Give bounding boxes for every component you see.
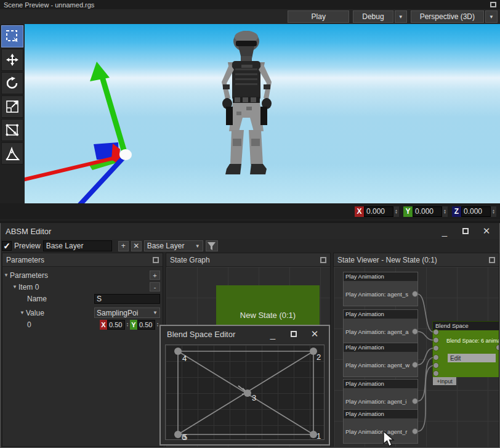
debug-button[interactable]: Debug — [353, 10, 393, 23]
move-tool-button[interactable] — [1, 49, 23, 71]
scale-icon — [5, 99, 20, 114]
tree-row-name: Name S — [2, 293, 163, 304]
remove-parameter-button[interactable]: - — [150, 282, 160, 291]
absm-window-title: ABSM Editor — [6, 227, 51, 236]
gizmo-origin-handle[interactable] — [119, 149, 132, 160]
close-button[interactable]: ✕ — [307, 328, 323, 340]
maximize-icon — [462, 228, 469, 234]
y-axis-label: Y — [403, 206, 413, 217]
chevron-down-icon: ▼ — [151, 310, 159, 316]
rotate-tool-button[interactable] — [1, 72, 23, 94]
value-type-select[interactable]: SamplingPoi ▼ — [94, 307, 160, 318]
transform-icon — [5, 123, 20, 137]
dock-icon[interactable] — [153, 257, 159, 263]
transform-tool-button[interactable] — [1, 119, 23, 141]
dock-icon[interactable] — [320, 257, 326, 263]
gizmo-axis-y[interactable] — [102, 77, 125, 154]
sampling-y-field[interactable]: 0.50 — [137, 320, 155, 330]
scene-titlebar[interactable]: Scene Preview - unnamed.rgs — [0, 0, 500, 9]
expander-icon[interactable]: ▼ — [11, 284, 18, 290]
parameters-panel: Parameters ▼ Parameters + ▼ Item 0 - Nam… — [2, 253, 163, 447]
state-viewer-header[interactable]: State Viewer - New State (0:1) — [334, 253, 499, 267]
viewport-tool-column — [0, 24, 25, 203]
blend-label-3: 3 — [252, 393, 256, 402]
coord-x-group: X 0.000 ▲▼ — [355, 206, 399, 217]
parameters-panel-header[interactable]: Parameters — [2, 253, 163, 267]
z-position-field[interactable]: 0.000 — [461, 206, 491, 217]
maximize-icon[interactable] — [490, 2, 496, 7]
state-graph-header[interactable]: State Graph — [166, 253, 330, 267]
layer-name-field[interactable]: Base Layer — [43, 240, 112, 251]
y-position-field[interactable]: 0.000 — [413, 206, 442, 217]
maximize-button[interactable] — [286, 328, 302, 340]
blend-point-3[interactable] — [244, 389, 251, 397]
play-button[interactable]: Play — [288, 10, 349, 23]
close-icon: ✕ — [483, 226, 491, 237]
x-position-field[interactable]: 0.000 — [364, 206, 393, 217]
maximize-button[interactable] — [458, 225, 474, 237]
blend-editor-titlebar[interactable]: Blend Space Editor _ ✕ — [161, 326, 329, 342]
play-animation-node[interactable]: Play Animation Play Animation: agent_r — [343, 409, 418, 444]
value-label: Value — [26, 309, 44, 317]
blend-label-2: 2 — [317, 352, 321, 362]
name-label: Name — [27, 295, 47, 303]
chevron-down-icon: ▼ — [489, 14, 494, 20]
coord-y-group: Y 0.000 ▲▼ — [403, 206, 448, 217]
state-viewer-canvas[interactable]: Play Animation Play Animation: agent_s P… — [334, 267, 499, 447]
select-tool-button[interactable] — [1, 25, 23, 47]
blend-label-1: 1 — [317, 431, 321, 441]
sampling-x-field[interactable]: 0.50 — [107, 320, 125, 330]
blend-edit-button[interactable]: Edit — [448, 354, 496, 362]
rotate-icon — [5, 76, 20, 91]
parameter-name-field[interactable]: S — [94, 294, 160, 304]
play-animation-node[interactable]: Play Animation Play Animation: agent_s — [343, 272, 418, 306]
blend-point-0-5[interactable] — [174, 431, 182, 438]
chevron-down-icon: ▼ — [398, 14, 403, 20]
preview-checkbox[interactable]: ✓ — [2, 241, 12, 251]
scene-window-title: Scene Preview - unnamed.rgs — [4, 1, 94, 9]
add-layer-button[interactable]: + — [118, 241, 129, 251]
blend-space-graph[interactable]: 4 2 1 0 5 3 — [165, 344, 325, 440]
blend-space-editor-window: Blend Space Editor _ ✕ 4 2 1 — [159, 325, 330, 446]
play-animation-node[interactable]: Play Animation Play Animation: agent_a — [343, 309, 418, 344]
state-viewer-panel: State Viewer - New State (0:1) Play Anim… — [333, 253, 499, 447]
close-icon: ✕ — [311, 328, 319, 340]
tree-row-item0[interactable]: ▼ Item 0 - — [2, 281, 163, 293]
play-animation-node[interactable]: Play Animation Play Animation: agent_i — [343, 379, 418, 413]
close-button[interactable]: ✕ — [478, 225, 494, 237]
play-animation-node[interactable]: Play Animation Play Animation: agent_w — [343, 343, 418, 377]
add-parameter-button[interactable]: + — [150, 271, 160, 280]
terrain-tool-button[interactable] — [1, 142, 23, 165]
expander-icon[interactable]: ▼ — [2, 272, 10, 278]
chevron-down-icon: ▼ — [195, 243, 200, 249]
x-spinner[interactable]: ▲▼ — [393, 206, 399, 217]
blend-point-4[interactable] — [174, 348, 182, 355]
scene-toolbar: Play Debug ▼ Perspective (3D) ▼ — [0, 9, 500, 24]
select-icon — [5, 29, 20, 44]
debug-dropdown-button[interactable]: ▼ — [395, 10, 407, 23]
absm-titlebar[interactable]: ABSM Editor _ ✕ — [1, 223, 499, 239]
remove-layer-button[interactable]: ✕ — [131, 241, 142, 251]
camera-mode-button[interactable]: Perspective (3D) — [411, 10, 484, 23]
minimize-button[interactable]: _ — [265, 328, 281, 340]
scene-3d-viewport[interactable] — [25, 24, 500, 203]
filter-button[interactable] — [206, 240, 218, 251]
z-spinner[interactable]: ▲▼ — [491, 206, 496, 217]
x-axis-label: X — [355, 206, 364, 217]
scale-tool-button[interactable] — [1, 96, 23, 118]
blend-space-node[interactable]: Blend Space Blend Space: 6 animatio Edit… — [432, 321, 499, 377]
minimize-icon: _ — [442, 226, 447, 237]
blend-add-input-button[interactable]: +Input — [433, 377, 456, 385]
y-axis-label: Y — [130, 320, 137, 330]
preview-label: Preview — [14, 242, 41, 250]
soldier-character-model[interactable] — [209, 25, 283, 181]
layer-select[interactable]: Base Layer ▼ — [144, 240, 203, 251]
x-spinner[interactable]: ▲▼ — [125, 320, 130, 330]
expander-icon[interactable]: ▼ — [18, 310, 26, 316]
dock-icon[interactable] — [489, 257, 495, 263]
y-spinner[interactable]: ▲▼ — [442, 206, 448, 217]
camera-mode-dropdown-button[interactable]: ▼ — [485, 10, 498, 23]
minimize-button[interactable]: _ — [437, 225, 453, 237]
scene-preview-window: Scene Preview - unnamed.rgs Play Debug ▼… — [0, 0, 500, 221]
tree-row-parameters[interactable]: ▼ Parameters + — [2, 269, 163, 281]
